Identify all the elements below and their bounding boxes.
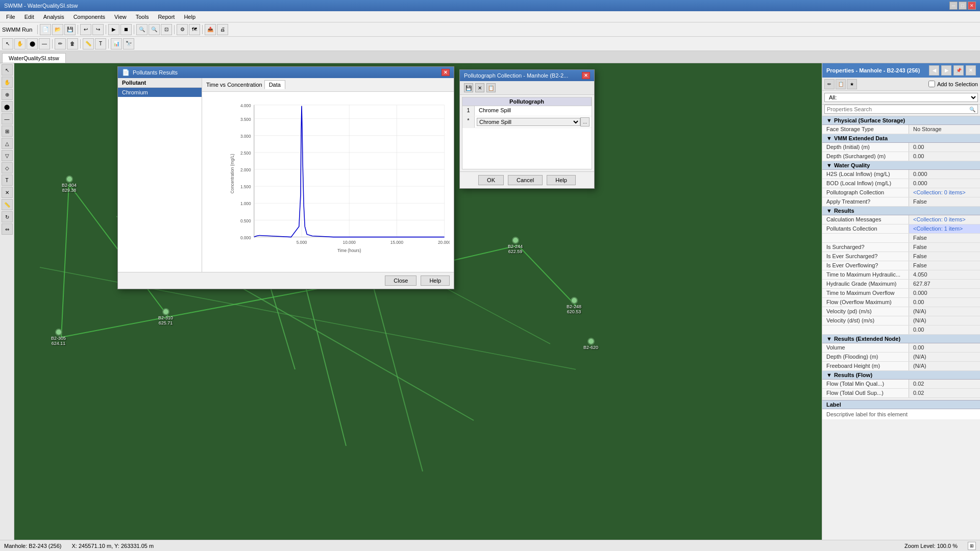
maximize-btn[interactable]: □: [959, 2, 967, 10]
menu-file[interactable]: File: [2, 13, 19, 21]
sidebar-weir-icon[interactable]: ▽: [2, 150, 13, 161]
zoom-out-btn[interactable]: 🔍: [149, 24, 160, 35]
pollutant-chromium[interactable]: Chromium: [118, 88, 202, 97]
link-btn[interactable]: —: [39, 38, 50, 49]
sidebar-pipe-icon[interactable]: —: [2, 113, 13, 124]
sidebar-node-icon[interactable]: ⬤: [2, 101, 13, 112]
zoom-in-btn[interactable]: 🔍: [136, 24, 148, 35]
pollutograph-dropdown: Chrome Spill …: [475, 116, 592, 128]
tab-waterquality[interactable]: WaterQualitySI.stsw: [2, 53, 66, 63]
panel-pin-btn[interactable]: 📌: [953, 65, 964, 76]
pollutants-close-btn[interactable]: Close: [385, 276, 416, 286]
chart-tab-data[interactable]: Data: [264, 80, 285, 89]
undo-btn[interactable]: ↩: [80, 24, 91, 35]
pollutograph-copy-btn[interactable]: 📋: [486, 83, 496, 92]
save-btn[interactable]: 💾: [64, 24, 76, 35]
menu-edit[interactable]: Edit: [20, 13, 38, 21]
panel-edit-btn[interactable]: ✏: [824, 79, 835, 89]
sidebar-zoom-icon[interactable]: ⊕: [2, 89, 13, 100]
section-results-label: Results: [834, 208, 854, 214]
pollutograph-cancel-btn[interactable]: Cancel: [508, 175, 543, 185]
panel-copy-btn[interactable]: 📋: [836, 79, 846, 89]
measure-btn[interactable]: 📏: [83, 38, 94, 49]
panel-nav-prev[interactable]: ◀: [929, 65, 939, 76]
sidebar-expand-icon[interactable]: ⇔: [2, 223, 13, 235]
pollutants-dialog-close-x[interactable]: ✕: [442, 69, 450, 76]
prop-row-ever-surcharged: Is Ever Surcharged? False: [822, 252, 980, 261]
svg-text:5.000: 5.000: [297, 240, 307, 245]
close-btn[interactable]: ✕: [968, 2, 976, 10]
node-b2-248[interactable]: B2-248 620.53: [567, 297, 581, 314]
sidebar-pump-icon[interactable]: ⊞: [2, 126, 13, 137]
menu-report[interactable]: Report: [154, 13, 179, 21]
stop-btn[interactable]: ⏹: [120, 24, 132, 35]
draw-btn[interactable]: ✏: [55, 38, 66, 49]
node-b2-620[interactable]: B2-620: [583, 338, 598, 350]
node-b2-310[interactable]: B2-310 625.71: [158, 308, 173, 325]
node-circle-b2-305: [55, 329, 62, 336]
node-b2-305[interactable]: B2-305 624.11: [51, 329, 66, 346]
prop-value-volume: 0.00: [909, 343, 980, 352]
sidebar-select-icon[interactable]: ↖: [2, 64, 13, 76]
menu-analysis[interactable]: Analysis: [39, 13, 68, 21]
sep5: [174, 25, 175, 34]
menu-view[interactable]: View: [110, 13, 131, 21]
sidebar-orifice-icon[interactable]: △: [2, 138, 13, 149]
node-b2-304[interactable]: B2-304 829.38: [62, 176, 77, 193]
menu-components[interactable]: Components: [69, 13, 109, 21]
pollutograph-select[interactable]: Chrome Spill: [477, 118, 580, 126]
panel-star-btn[interactable]: ★: [847, 79, 857, 89]
prop-row-ever-overflowing: Is Ever Overflowing? False: [822, 261, 980, 270]
minimize-btn[interactable]: ─: [949, 2, 958, 10]
select-btn[interactable]: ↖: [2, 38, 13, 49]
sidebar-label-icon[interactable]: T: [2, 174, 13, 186]
prop-value-pollutograph[interactable]: <Collection: 0 items>: [909, 188, 980, 197]
overview-btn[interactable]: 🔭: [123, 38, 134, 49]
label-btn[interactable]: T: [95, 38, 106, 49]
pollutograph-save-btn[interactable]: 💾: [464, 83, 473, 92]
sep7: [52, 39, 53, 48]
map-btn[interactable]: 🗺: [189, 24, 200, 35]
run-btn[interactable]: ▶: [108, 24, 119, 35]
pan-btn[interactable]: ✋: [14, 38, 26, 49]
pollutograph-help-btn[interactable]: Help: [547, 175, 576, 185]
prop-value-pollutants-collection[interactable]: <Collection: 1 item>: [909, 224, 980, 233]
sidebar-pan-icon[interactable]: ✋: [2, 77, 13, 88]
sidebar-delete-icon[interactable]: ✕: [2, 187, 13, 198]
pollutants-help-btn[interactable]: Help: [421, 276, 450, 286]
add-to-selection-cb[interactable]: [928, 81, 935, 87]
sidebar-rotate-icon[interactable]: ↻: [2, 211, 13, 222]
pollutograph-dropdown-btn[interactable]: …: [580, 117, 590, 127]
node-btn[interactable]: ⬤: [27, 38, 38, 49]
prop-row-pollutants-collection[interactable]: Pollutants Collection <Collection: 1 ite…: [822, 224, 980, 234]
section-results-flow: ▼ Results (Flow): [822, 371, 980, 380]
legend-btn[interactable]: 📊: [111, 38, 122, 49]
print-btn[interactable]: 🖨: [217, 24, 228, 35]
delete-btn[interactable]: 🗑: [67, 38, 78, 49]
pollutograph-dialog-close-x[interactable]: ✕: [582, 72, 590, 79]
prop-row-treatment: Apply Treatment? False: [822, 197, 980, 207]
redo-btn[interactable]: ↪: [92, 24, 104, 35]
properties-btn[interactable]: ⚙: [177, 24, 188, 35]
panel-close-btn[interactable]: ✕: [966, 65, 976, 76]
export-btn[interactable]: 📤: [205, 24, 216, 35]
panel-filter-select[interactable]: All:: [824, 93, 978, 102]
menu-help[interactable]: Help: [180, 13, 200, 21]
zoom-full-btn[interactable]: ⊡: [161, 24, 172, 35]
pollutograph-row-num-1: 1: [462, 106, 475, 116]
open-btn[interactable]: 📂: [52, 24, 63, 35]
new-btn[interactable]: 📄: [40, 24, 51, 35]
pollutants-results-dialog: 📄 Pollutants Results ✕ Pollutant Chromiu…: [117, 66, 454, 289]
sidebar-outlet-icon[interactable]: ◇: [2, 162, 13, 173]
pollutograph-delete-btn[interactable]: ✕: [475, 83, 484, 92]
sep1: [37, 25, 38, 34]
prop-value-calc-messages[interactable]: <Collection: 0 items>: [909, 215, 980, 224]
pollutograph-ok-btn[interactable]: OK: [478, 175, 504, 185]
svg-text:20.000: 20.000: [438, 240, 450, 245]
menu-tools[interactable]: Tools: [132, 13, 153, 21]
panel-search-input[interactable]: [827, 106, 969, 112]
panel-nav-next[interactable]: ▶: [941, 65, 951, 76]
svg-text:1.000: 1.000: [240, 202, 251, 206]
node-b2-244[interactable]: B2-244 622.59: [508, 237, 523, 254]
sidebar-ruler-icon[interactable]: 📏: [2, 199, 13, 210]
